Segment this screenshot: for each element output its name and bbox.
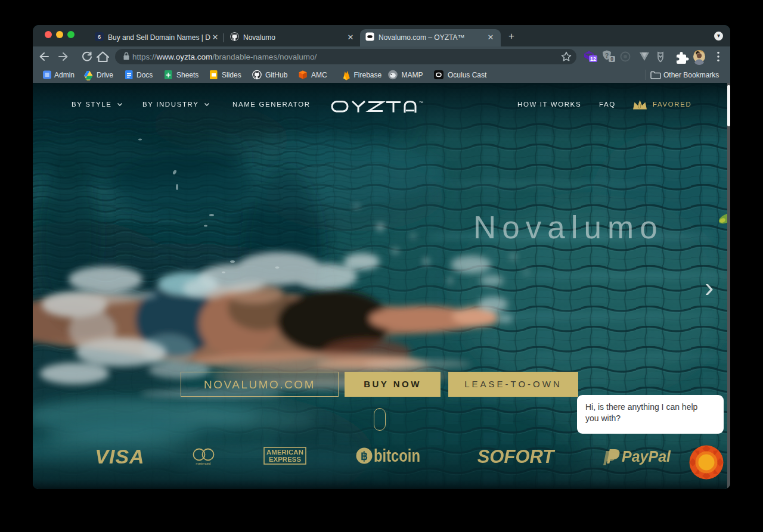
- svg-text:AMERICAN: AMERICAN: [266, 449, 303, 456]
- svg-text:Firebase: Firebase: [354, 71, 382, 79]
- svg-text:PayPal: PayPal: [622, 448, 671, 465]
- svg-text:Sheets: Sheets: [176, 71, 198, 79]
- svg-text:0: 0: [638, 103, 642, 110]
- svg-text:EXPRESS: EXPRESS: [269, 456, 301, 463]
- svg-text:12: 12: [590, 56, 596, 62]
- svg-text:Admin: Admin: [54, 71, 75, 79]
- svg-text:https://www.oyzta.com/brandabl: https://www.oyzta.com/brandable-names/no…: [132, 52, 317, 61]
- svg-text:AMC: AMC: [311, 71, 327, 79]
- svg-text:Slides: Slides: [222, 71, 241, 79]
- svg-text:VISA: VISA: [95, 445, 144, 468]
- svg-text:0: 0: [610, 56, 613, 62]
- svg-text:Oculus Cast: Oculus Cast: [448, 71, 487, 79]
- svg-text:mastercard: mastercard: [196, 462, 210, 465]
- svg-text:฿: ฿: [361, 450, 368, 462]
- svg-text:GitHub: GitHub: [265, 71, 288, 79]
- svg-text:bitcoin: bitcoin: [374, 446, 420, 465]
- svg-text:SOFORT: SOFORT: [477, 446, 556, 467]
- svg-text:?: ?: [605, 52, 609, 59]
- svg-text:Docs: Docs: [137, 71, 153, 79]
- svg-text:Drive: Drive: [97, 71, 113, 79]
- svg-text:Other Bookmarks: Other Bookmarks: [663, 71, 719, 79]
- svg-text:MAMP: MAMP: [402, 71, 423, 79]
- svg-text:6: 6: [98, 34, 101, 40]
- svg-text:™: ™: [419, 101, 424, 105]
